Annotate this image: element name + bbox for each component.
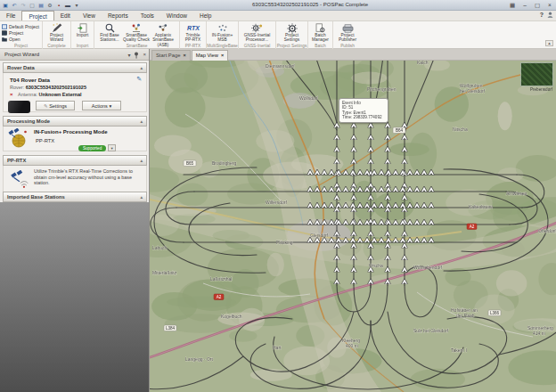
pin-icon[interactable] [134,52,139,59]
project-wizard-panel: Project Wizard ▾ × Rover Data▴ T04 Rover… [0,49,150,392]
map-canvas[interactable]: DietmannsdorfWollsdorfPirchengrabenKalch… [150,61,556,392]
undo-icon[interactable]: ↶ [11,2,18,9]
in-fusion-msb-button[interactable]: IN-Fusion+ MSB [208,22,236,43]
map-place-label: Sulz bei Gleisdorf [413,328,449,333]
smartbase-quality-check-button[interactable]: SmartBase Quality Check [123,22,150,43]
map-place-label: der Raab [456,313,475,318]
station-network-icon [158,23,168,33]
menu-tab-reports[interactable]: Reports [102,11,135,20]
menu-tab-help[interactable]: Help [193,11,217,20]
menu-tab-window[interactable]: Window [160,11,193,20]
layout-icon[interactable]: ▦ [508,1,517,9]
settings-icon[interactable]: ⚙ [46,2,53,9]
wizard-pencil-icon [52,23,62,33]
imported-base-stations-header[interactable]: Imported Base Stations▴ [3,192,147,202]
magnifier-icon [105,23,115,33]
map-place-label: bei Gleisdorf [460,88,486,94]
batch-manager-button[interactable]: Batch Manager [310,22,331,43]
map-place-label: 400 m [346,343,358,348]
map-place-label: 414 m [533,331,545,336]
map-place-label: Wünschendorf [413,265,443,270]
panel-close-icon[interactable]: × [143,52,146,59]
rover-device-image [8,101,30,113]
in-fusion-satellite-icon [7,128,29,150]
antenna-warning-icon: × [10,92,13,97]
import-icon [78,23,87,33]
batch-doc-gear-icon [315,23,325,33]
processing-mode-header[interactable]: Processing Mode▴ [3,116,147,127]
close-tab-icon[interactable]: × [183,53,185,61]
qat-dropdown-icon[interactable]: ▾ [73,2,80,9]
new-project-icon[interactable]: ▣ [2,2,9,9]
pp-rtx-satellite-icon [9,170,29,190]
pp-rtx-header[interactable]: PP-RTX▴ [3,155,147,166]
chevron-down-icon[interactable]: ▾ [108,144,116,151]
tab-start-page[interactable]: Start Page× [151,50,191,61]
restore-button[interactable]: ▢ [533,1,542,9]
map-place-label: Pirchengraben [367,86,397,92]
help-icon[interactable]: ? [540,12,544,18]
open-folder-icon [2,37,7,42]
import-button[interactable]: Import [73,22,92,37]
svg-text:RTX: RTX [187,25,200,31]
new-file-icon[interactable]: ▢ [29,2,36,9]
processing-mode-card: IN-Fusion+ Processing Mode PP-RTX Suppor… [3,127,147,151]
project-settings-button[interactable]: Project Settings [278,22,306,43]
map-place-label: Hart [273,345,282,350]
map-place-label: Flöcking [276,240,293,245]
photo-thumbnail[interactable] [520,62,553,86]
rover-data-header[interactable]: Rover Data▴ [3,62,147,73]
redo-icon[interactable]: ↷ [20,2,27,9]
panel-empty-area [0,202,149,392]
map-place-label: Kalch [417,61,429,65]
ribbon-tab-row: FileProjectEditViewReportsToolsWindowHel… [0,11,556,21]
panel-title: Project Wizard [0,49,149,61]
msb-dots-icon [217,23,228,33]
ribbon-collapse-button[interactable]: ▴ [545,40,553,46]
collapse-chevron-icon: ▴ [140,158,143,163]
menu-tab-project[interactable]: Project [21,11,53,20]
project-button[interactable]: Project [2,30,39,36]
menu-tab-file[interactable]: File [0,11,21,20]
close-tab-icon[interactable]: × [221,53,224,61]
settings-button[interactable]: ✎ Settings [36,101,75,110]
close-button[interactable]: × [545,1,554,9]
open-button[interactable]: Open [2,37,39,42]
trimble-pp-rtx-button[interactable]: RTX Trimble PP-RTX [182,22,204,43]
map-place-label: Brodingberg [212,160,236,166]
map-place-label: Wilfersdorf [266,200,288,205]
tab-map-view[interactable]: Map View× [192,50,229,61]
menu-tab-edit[interactable]: Edit [54,11,77,20]
panel-menu-icon[interactable]: ▾ [127,52,130,59]
thumbnail-label: Prebensdorf [530,87,552,92]
map-place-label: Mitterlaßnitz [152,270,177,275]
collapse-chevron-icon: ▴ [140,118,143,124]
actions-button[interactable]: Actions ▾ [82,101,121,110]
collapse-chevron-icon: ▴ [140,194,143,200]
save-icon[interactable]: ▤ [37,2,45,9]
menu-tab-tools[interactable]: Tools [135,11,160,20]
find-base-stations-button[interactable]: Find Base Stations... [96,22,123,43]
collapse-chevron-icon: ▴ [140,65,143,70]
quick-access-toolbar[interactable]: ▣↶↷▢▤⚙▪▬▾ [2,1,80,10]
pp-rtx-description: Utilize Trimble's RTX Real-Time Correcti… [34,168,144,186]
stop-icon[interactable]: ▪ [55,2,62,9]
road-shield-label: B64 [396,128,404,133]
chevron-down-icon: ▾ [109,103,111,109]
supported-badge: Supported▾ [78,137,116,153]
map-place-label: Dietmannsdorf [266,63,295,69]
project-wizard-button[interactable]: Project Wizard [45,22,69,43]
default-project-button[interactable]: Default Project [2,24,39,29]
gnss-inertial-processor-button[interactable]: GNSS-Inertial Processor... [241,22,274,43]
processing-mode-select[interactable]: PP-RTX [36,138,54,143]
map-place-label: Kogelbuch [221,314,242,319]
screen-icon[interactable]: ▬ [64,2,71,9]
project-publisher-button[interactable]: Project Publisher [335,22,360,43]
sign-in-user-icon[interactable] [547,12,553,18]
menu-tab-view[interactable]: View [77,11,102,20]
road-shield-label: A2 [217,295,222,299]
map-place-label: Wollsdorf [299,95,318,101]
processor-gears-icon [251,23,263,33]
minimize-button[interactable]: – [520,1,529,9]
edit-rover-icon[interactable]: ✎ [136,76,142,83]
